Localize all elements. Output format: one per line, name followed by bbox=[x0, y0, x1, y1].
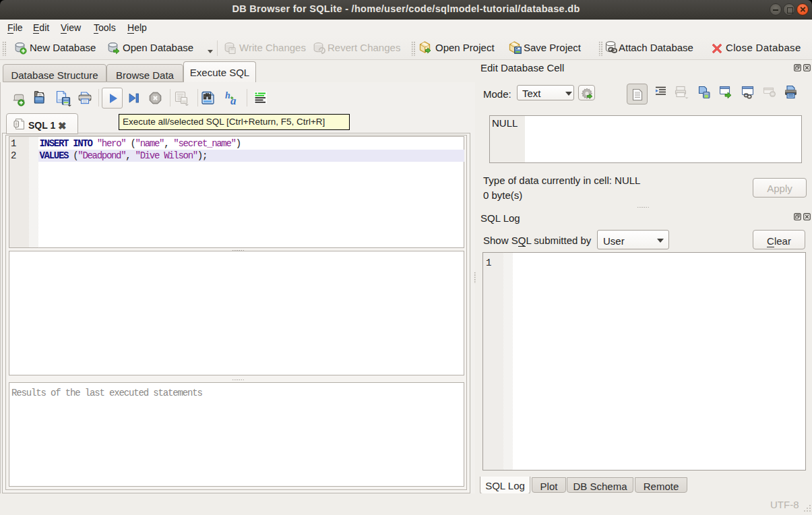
svg-text:a: a bbox=[230, 94, 237, 105]
svg-text:h: h bbox=[225, 91, 230, 100]
